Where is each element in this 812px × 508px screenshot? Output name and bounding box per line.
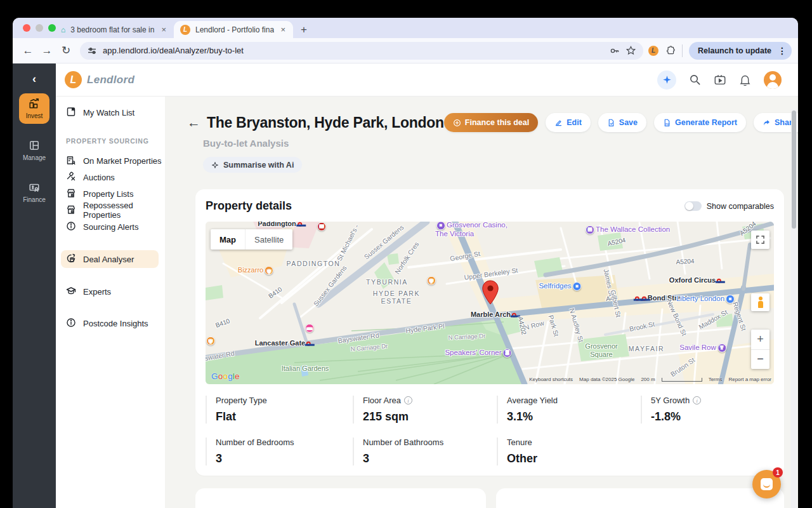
map-label-rest[interactable]: ψ xyxy=(206,335,216,346)
intercom-chat-button[interactable]: 1 xyxy=(752,470,781,498)
tab-3-bedroom-flat-for-sale-in-the[interactable]: ⌂3 bedroom flat for sale in The× xyxy=(55,21,174,38)
lendlord-logo[interactable]: L Lendlord xyxy=(65,71,134,88)
map-label-text: Paddington xyxy=(258,222,296,227)
ai-sparkle-button[interactable] xyxy=(657,70,676,90)
map-label-grosvenor-casino-the-victoria[interactable]: ▪Grosvenor Casino, The Victoria xyxy=(435,222,508,239)
field-value: 3.1% xyxy=(507,410,641,424)
fullscreen-button[interactable] xyxy=(751,231,769,249)
map-pin[interactable] xyxy=(481,280,499,305)
terms-link[interactable]: Terms xyxy=(709,377,723,382)
rail-item-finance[interactable]: Finance xyxy=(19,177,49,208)
sidebar-item-my-watch-list[interactable]: My Watch List xyxy=(61,104,165,121)
page-title: The Bryanston, Hyde Park, London xyxy=(207,114,444,131)
sidebar-item-deal-analyser[interactable]: Deal Analyser xyxy=(61,250,159,268)
sidebar-item-label: Postcode Insights xyxy=(83,319,148,328)
forward-button[interactable]: → xyxy=(38,42,56,60)
map-label-bizzarro[interactable]: Bizzarroψ xyxy=(238,266,275,275)
field-label: Number of Bathrooms xyxy=(363,438,443,447)
map-type-map[interactable]: Map xyxy=(211,229,245,250)
sidebar-item-repossessed-properties[interactable]: Repossessed Properties xyxy=(61,202,165,218)
show-comparables-toggle[interactable] xyxy=(684,201,702,211)
save-button[interactable]: Save xyxy=(598,113,646,132)
action-label: Save xyxy=(619,118,638,127)
user-avatar[interactable] xyxy=(764,71,782,89)
field-label: 5Y Growth xyxy=(651,396,690,405)
keyboard-shortcuts-link[interactable]: Keyboard shortcuts xyxy=(529,377,573,382)
generate-report-button[interactable]: PDFGenerate Report xyxy=(654,113,746,132)
nav-section-header: PROPERTY SOURCING xyxy=(66,137,165,145)
pegman-icon xyxy=(757,297,764,308)
new-tab-button[interactable]: + xyxy=(293,23,315,38)
zoom-out-button[interactable]: − xyxy=(751,350,769,370)
sidebar-item-sourcing-alerts[interactable]: Sourcing Alerts xyxy=(61,218,165,235)
scrollbar-thumb[interactable] xyxy=(792,110,796,229)
traffic-lights[interactable] xyxy=(23,24,56,32)
map-label-savile-row[interactable]: Savile RowT xyxy=(679,344,728,352)
map-label-text: Selfridges xyxy=(539,282,571,290)
url-text[interactable]: app.lendlord.io/dealAnalyzer/buy-to-let xyxy=(103,46,603,55)
sidebar-item-postcode-insights[interactable]: Postcode Insights xyxy=(61,315,165,331)
bottom-card-left xyxy=(195,488,486,508)
tab-strip: ⌂3 bedroom flat for sale in The×LLendlor… xyxy=(55,21,315,38)
map-label-speakers-corner[interactable]: Speakers' Corner♜ xyxy=(445,349,513,358)
sidebar-item-label: My Watch List xyxy=(83,108,134,117)
map-label-lancaster-gate[interactable]: Lancaster Gate xyxy=(255,339,312,347)
pegman-button[interactable] xyxy=(751,293,769,311)
collapse-rail-icon[interactable]: ‹ xyxy=(32,72,36,86)
rail-item-invest[interactable]: Invest xyxy=(19,93,49,124)
close-window-button[interactable] xyxy=(23,24,30,32)
map-label-marble-arch[interactable]: Marble Arch xyxy=(471,311,518,319)
relaunch-button[interactable]: Relaunch to update ⋮ xyxy=(689,42,792,60)
info-icon[interactable]: i xyxy=(693,396,701,404)
map-label-oxford-circus[interactable]: Oxford Circus xyxy=(669,276,723,284)
browser-menu-icon[interactable]: ⋮ xyxy=(776,46,788,56)
edit-button[interactable]: Edit xyxy=(546,113,591,132)
video-tutorials-icon[interactable] xyxy=(714,74,726,86)
map-type-satellite[interactable]: Satellite xyxy=(245,229,292,250)
info-icon[interactable]: i xyxy=(404,396,412,404)
search-icon[interactable] xyxy=(689,74,701,86)
summarise-ai-button[interactable]: Summarise with Ai xyxy=(203,157,302,173)
property-details-card: Property details Show comparables xyxy=(195,189,784,476)
back-button[interactable]: ← xyxy=(19,42,37,60)
map-type-control[interactable]: Map Satellite xyxy=(211,229,292,250)
site-settings-icon[interactable] xyxy=(88,46,96,55)
scale-bar xyxy=(662,378,702,382)
lendlord-logo-icon: L xyxy=(65,71,82,88)
map-label-text: N Carriage Dr xyxy=(448,332,485,341)
url-bar[interactable]: app.lendlord.io/dealAnalyzer/buy-to-let xyxy=(80,42,643,60)
tab-close-icon[interactable]: × xyxy=(160,25,167,34)
rail-item-manage[interactable]: Manage xyxy=(19,135,49,166)
sidebar-item-on-market-properties[interactable]: On Market Properties xyxy=(61,152,165,169)
extensions-puzzle-icon[interactable] xyxy=(665,45,676,56)
house-favicon: ⌂ xyxy=(61,25,65,34)
finance-this-deal-button[interactable]: Finance this deal xyxy=(444,113,538,132)
map-label-grosvenor-square[interactable]: Grosvenor Square xyxy=(585,342,617,358)
tab-close-icon[interactable]: × xyxy=(279,25,287,34)
gavel-icon xyxy=(66,171,76,184)
minimize-window-button[interactable] xyxy=(36,24,43,32)
back-arrow-button[interactable]: ← xyxy=(187,115,200,130)
page-scrollbar[interactable] xyxy=(791,109,797,508)
google-logo[interactable]: Google xyxy=(211,371,240,381)
sidebar-item-experts[interactable]: Experts xyxy=(61,283,165,300)
tab-lendlord-portfolio-financing[interactable]: LLendlord - Portfolio financing× xyxy=(174,21,293,38)
notifications-bell-icon[interactable] xyxy=(739,74,751,86)
report-map-error-link[interactable]: Report a map error xyxy=(728,377,771,382)
zoom-in-button[interactable]: + xyxy=(751,330,769,350)
map-label-the-wallace-collection[interactable]: ΠThe Wallace Collection xyxy=(584,225,670,234)
map-label-paddington[interactable]: Paddington xyxy=(258,222,303,227)
map-label-liberty-london[interactable]: Liberty London▪ xyxy=(676,295,736,304)
reload-button[interactable]: ↻ xyxy=(57,42,75,60)
sidebar-item-auctions[interactable]: Auctions xyxy=(61,169,165,185)
lendlord-extension-icon[interactable]: L xyxy=(648,46,658,56)
password-key-icon[interactable] xyxy=(610,46,620,56)
sidebar-item-property-lists[interactable]: Property Lists xyxy=(61,185,165,202)
map-label-mmark[interactable]: M xyxy=(316,222,327,232)
google-map[interactable]: PaddingtonMSt Michael's -Sussex GardensS… xyxy=(206,222,774,384)
map-label-hotel[interactable]: ▬ xyxy=(304,322,315,333)
map-label-italian-gardens[interactable]: Italian Gardens xyxy=(282,364,329,373)
map-label-selfridges[interactable]: Selfridges▪ xyxy=(539,282,582,291)
bookmark-star-icon[interactable] xyxy=(626,46,636,55)
map-label-rest[interactable]: ψ xyxy=(426,274,437,286)
